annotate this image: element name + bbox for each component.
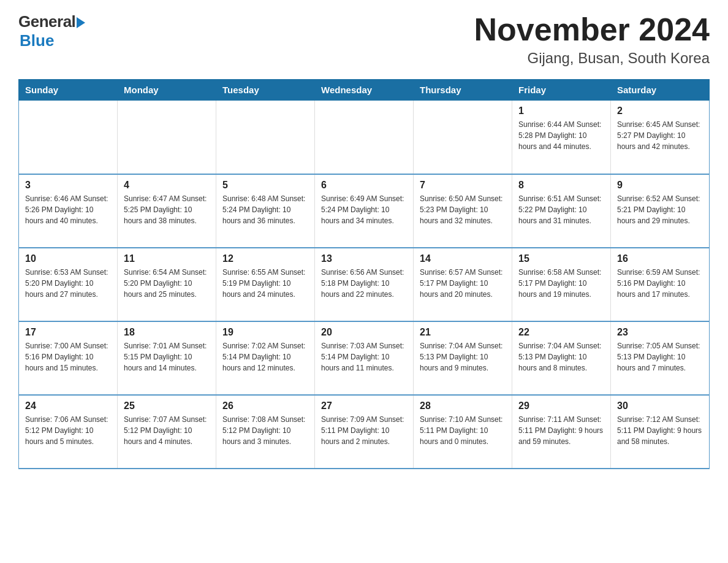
calendar-cell: 3Sunrise: 6:46 AM Sunset: 5:26 PM Daylig… bbox=[19, 174, 118, 248]
title-block: November 2024 Gijang, Busan, South Korea bbox=[474, 12, 710, 67]
location-title: Gijang, Busan, South Korea bbox=[474, 50, 710, 67]
day-number: 12 bbox=[222, 253, 308, 264]
day-info: Sunrise: 6:55 AM Sunset: 5:19 PM Dayligh… bbox=[222, 267, 308, 300]
calendar-cell bbox=[315, 101, 414, 174]
calendar-cell: 8Sunrise: 6:51 AM Sunset: 5:22 PM Daylig… bbox=[512, 174, 611, 248]
day-number: 24 bbox=[25, 400, 111, 412]
calendar-cell: 17Sunrise: 7:00 AM Sunset: 5:16 PM Dayli… bbox=[19, 321, 118, 395]
calendar-cell: 18Sunrise: 7:01 AM Sunset: 5:15 PM Dayli… bbox=[118, 321, 216, 395]
calendar-cell: 14Sunrise: 6:57 AM Sunset: 5:17 PM Dayli… bbox=[414, 248, 512, 321]
calendar-cell bbox=[118, 101, 216, 174]
day-number: 4 bbox=[124, 180, 210, 191]
day-info: Sunrise: 7:04 AM Sunset: 5:13 PM Dayligh… bbox=[420, 340, 506, 373]
calendar-cell: 15Sunrise: 6:58 AM Sunset: 5:17 PM Dayli… bbox=[512, 248, 611, 321]
calendar-week-row: 10Sunrise: 6:53 AM Sunset: 5:20 PM Dayli… bbox=[19, 248, 710, 321]
day-info: Sunrise: 6:51 AM Sunset: 5:22 PM Dayligh… bbox=[518, 193, 604, 226]
calendar-week-row: 3Sunrise: 6:46 AM Sunset: 5:26 PM Daylig… bbox=[19, 174, 710, 248]
logo: General Blue bbox=[18, 12, 85, 50]
calendar-cell: 2Sunrise: 6:45 AM Sunset: 5:27 PM Daylig… bbox=[611, 101, 710, 174]
calendar-cell: 22Sunrise: 7:04 AM Sunset: 5:13 PM Dayli… bbox=[512, 321, 611, 395]
day-number: 16 bbox=[617, 253, 703, 264]
logo-general-text: General bbox=[18, 12, 75, 31]
day-number: 10 bbox=[25, 253, 111, 264]
day-info: Sunrise: 7:08 AM Sunset: 5:12 PM Dayligh… bbox=[222, 414, 308, 447]
calendar-header-sunday: Sunday bbox=[19, 80, 118, 101]
calendar-cell: 10Sunrise: 6:53 AM Sunset: 5:20 PM Dayli… bbox=[19, 248, 118, 321]
calendar-header-row: SundayMondayTuesdayWednesdayThursdayFrid… bbox=[19, 80, 710, 101]
calendar-header-monday: Monday bbox=[118, 80, 216, 101]
calendar-cell: 11Sunrise: 6:54 AM Sunset: 5:20 PM Dayli… bbox=[118, 248, 216, 321]
day-info: Sunrise: 6:45 AM Sunset: 5:27 PM Dayligh… bbox=[617, 119, 703, 152]
day-number: 28 bbox=[420, 400, 506, 412]
day-number: 17 bbox=[25, 327, 111, 338]
calendar-header-tuesday: Tuesday bbox=[216, 80, 315, 101]
calendar-header-saturday: Saturday bbox=[611, 80, 710, 101]
calendar-cell: 5Sunrise: 6:48 AM Sunset: 5:24 PM Daylig… bbox=[216, 174, 315, 248]
calendar-cell: 12Sunrise: 6:55 AM Sunset: 5:19 PM Dayli… bbox=[216, 248, 315, 321]
logo-blue-text: Blue bbox=[20, 31, 54, 50]
calendar-cell: 24Sunrise: 7:06 AM Sunset: 5:12 PM Dayli… bbox=[19, 395, 118, 469]
calendar-cell: 20Sunrise: 7:03 AM Sunset: 5:14 PM Dayli… bbox=[315, 321, 414, 395]
calendar-week-row: 1Sunrise: 6:44 AM Sunset: 5:28 PM Daylig… bbox=[19, 101, 710, 174]
day-number: 7 bbox=[420, 180, 506, 191]
calendar-cell bbox=[19, 101, 118, 174]
day-info: Sunrise: 6:48 AM Sunset: 5:24 PM Dayligh… bbox=[222, 193, 308, 226]
day-info: Sunrise: 7:09 AM Sunset: 5:11 PM Dayligh… bbox=[321, 414, 407, 447]
day-number: 2 bbox=[617, 105, 703, 117]
day-number: 13 bbox=[321, 253, 407, 264]
day-number: 20 bbox=[321, 327, 407, 338]
calendar-table: SundayMondayTuesdayWednesdayThursdayFrid… bbox=[18, 79, 710, 469]
day-number: 5 bbox=[222, 180, 308, 191]
day-info: Sunrise: 6:46 AM Sunset: 5:26 PM Dayligh… bbox=[25, 193, 111, 226]
day-info: Sunrise: 6:49 AM Sunset: 5:24 PM Dayligh… bbox=[321, 193, 407, 226]
calendar-week-row: 24Sunrise: 7:06 AM Sunset: 5:12 PM Dayli… bbox=[19, 395, 710, 469]
day-number: 21 bbox=[420, 327, 506, 338]
day-info: Sunrise: 7:06 AM Sunset: 5:12 PM Dayligh… bbox=[25, 414, 111, 447]
day-number: 9 bbox=[617, 180, 703, 191]
day-info: Sunrise: 7:05 AM Sunset: 5:13 PM Dayligh… bbox=[617, 340, 703, 373]
day-number: 14 bbox=[420, 253, 506, 264]
calendar-cell: 4Sunrise: 6:47 AM Sunset: 5:25 PM Daylig… bbox=[118, 174, 216, 248]
day-info: Sunrise: 6:59 AM Sunset: 5:16 PM Dayligh… bbox=[617, 267, 703, 300]
calendar-cell: 30Sunrise: 7:12 AM Sunset: 5:11 PM Dayli… bbox=[611, 395, 710, 469]
calendar-cell: 27Sunrise: 7:09 AM Sunset: 5:11 PM Dayli… bbox=[315, 395, 414, 469]
day-number: 25 bbox=[124, 400, 210, 412]
month-title: November 2024 bbox=[474, 12, 710, 47]
day-number: 22 bbox=[518, 327, 604, 338]
calendar-cell: 25Sunrise: 7:07 AM Sunset: 5:12 PM Dayli… bbox=[118, 395, 216, 469]
day-number: 18 bbox=[124, 327, 210, 338]
calendar-cell: 6Sunrise: 6:49 AM Sunset: 5:24 PM Daylig… bbox=[315, 174, 414, 248]
logo-triangle-icon bbox=[77, 17, 85, 28]
day-info: Sunrise: 6:52 AM Sunset: 5:21 PM Dayligh… bbox=[617, 193, 703, 226]
calendar-cell: 9Sunrise: 6:52 AM Sunset: 5:21 PM Daylig… bbox=[611, 174, 710, 248]
calendar-cell: 13Sunrise: 6:56 AM Sunset: 5:18 PM Dayli… bbox=[315, 248, 414, 321]
calendar-cell: 1Sunrise: 6:44 AM Sunset: 5:28 PM Daylig… bbox=[512, 101, 611, 174]
day-info: Sunrise: 7:01 AM Sunset: 5:15 PM Dayligh… bbox=[124, 340, 210, 373]
day-info: Sunrise: 7:12 AM Sunset: 5:11 PM Dayligh… bbox=[617, 414, 703, 447]
day-info: Sunrise: 6:44 AM Sunset: 5:28 PM Dayligh… bbox=[518, 119, 604, 152]
day-info: Sunrise: 7:02 AM Sunset: 5:14 PM Dayligh… bbox=[222, 340, 308, 373]
calendar-cell: 23Sunrise: 7:05 AM Sunset: 5:13 PM Dayli… bbox=[611, 321, 710, 395]
day-info: Sunrise: 6:47 AM Sunset: 5:25 PM Dayligh… bbox=[124, 193, 210, 226]
calendar-cell: 21Sunrise: 7:04 AM Sunset: 5:13 PM Dayli… bbox=[414, 321, 512, 395]
calendar-cell: 16Sunrise: 6:59 AM Sunset: 5:16 PM Dayli… bbox=[611, 248, 710, 321]
calendar-header-thursday: Thursday bbox=[414, 80, 512, 101]
page-header: General Blue November 2024 Gijang, Busan… bbox=[18, 12, 710, 67]
calendar-cell: 7Sunrise: 6:50 AM Sunset: 5:23 PM Daylig… bbox=[414, 174, 512, 248]
day-info: Sunrise: 6:54 AM Sunset: 5:20 PM Dayligh… bbox=[124, 267, 210, 300]
day-number: 29 bbox=[518, 400, 604, 412]
calendar-cell: 29Sunrise: 7:11 AM Sunset: 5:11 PM Dayli… bbox=[512, 395, 611, 469]
day-info: Sunrise: 6:53 AM Sunset: 5:20 PM Dayligh… bbox=[25, 267, 111, 300]
calendar-cell: 28Sunrise: 7:10 AM Sunset: 5:11 PM Dayli… bbox=[414, 395, 512, 469]
calendar-header-friday: Friday bbox=[512, 80, 611, 101]
day-number: 27 bbox=[321, 400, 407, 412]
calendar-cell: 19Sunrise: 7:02 AM Sunset: 5:14 PM Dayli… bbox=[216, 321, 315, 395]
day-number: 6 bbox=[321, 180, 407, 191]
day-info: Sunrise: 6:50 AM Sunset: 5:23 PM Dayligh… bbox=[420, 193, 506, 226]
day-info: Sunrise: 7:00 AM Sunset: 5:16 PM Dayligh… bbox=[25, 340, 111, 373]
day-number: 11 bbox=[124, 253, 210, 264]
calendar-header-wednesday: Wednesday bbox=[315, 80, 414, 101]
day-info: Sunrise: 7:07 AM Sunset: 5:12 PM Dayligh… bbox=[124, 414, 210, 447]
calendar-cell bbox=[216, 101, 315, 174]
calendar-cell: 26Sunrise: 7:08 AM Sunset: 5:12 PM Dayli… bbox=[216, 395, 315, 469]
